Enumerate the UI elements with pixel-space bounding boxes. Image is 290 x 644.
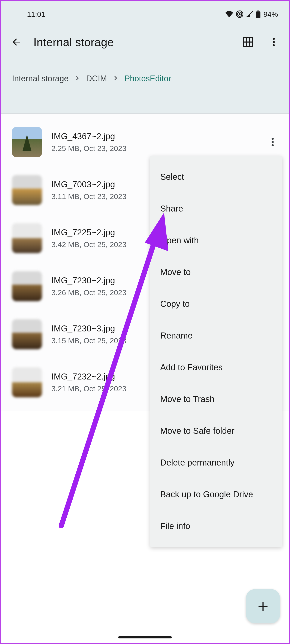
status-time: 11:01 [27,10,45,18]
status-right: 94% [225,10,278,18]
hotspot-icon [236,10,243,18]
menu-item-delete-permanently[interactable]: Delete permanently [150,447,282,478]
file-thumbnail [12,319,42,349]
battery-percent: 94% [264,10,278,18]
menu-item-select[interactable]: Select [150,161,282,193]
file-thumbnail [12,127,42,157]
menu-item-backup-google-drive[interactable]: Back up to Google Drive [150,478,282,510]
menu-item-move-to-trash[interactable]: Move to Trash [150,383,282,415]
grid-view-button[interactable] [242,36,255,48]
wifi-icon [225,11,233,18]
menu-item-rename[interactable]: Rename [150,320,282,352]
signal-icon [246,11,253,18]
file-name: IMG_4367~2.jpg [51,132,258,141]
overflow-menu-button[interactable] [267,36,280,48]
status-bar: 11:01 94% [1,1,289,27]
screen: 11:01 94% Internal sto [0,0,290,644]
file-thumbnail [12,367,42,397]
menu-item-file-info[interactable]: File info [150,510,282,542]
menu-item-move-to-safe-folder[interactable]: Move to Safe folder [150,415,282,447]
toolbar: Internal storage [1,27,289,57]
breadcrumb-item[interactable]: Internal storage [12,74,69,83]
breadcrumb-item[interactable]: DCIM [86,74,107,83]
svg-point-13 [272,141,274,143]
breadcrumb: Internal storage DCIM PhotosEditor [1,68,289,89]
svg-point-14 [272,144,274,146]
svg-point-11 [273,44,275,46]
breadcrumb-item-current[interactable]: PhotosEditor [125,74,171,83]
menu-item-copy-to[interactable]: Copy to [150,288,282,320]
file-more-button[interactable] [267,137,278,148]
context-menu: Select Share Open with Move to Copy to R… [150,156,282,547]
file-thumbnail [12,271,42,301]
svg-point-0 [239,13,241,15]
chevron-right-icon [75,75,80,82]
chevron-right-icon [113,75,119,82]
menu-item-share[interactable]: Share [150,193,282,224]
fab-add-button[interactable] [246,589,280,624]
menu-item-open-with[interactable]: Open with [150,224,282,256]
file-meta: 2.25 MB, Oct 23, 2023 [51,144,258,153]
menu-item-move-to[interactable]: Move to [150,256,282,288]
file-thumbnail [12,223,42,253]
battery-icon [256,10,261,18]
svg-point-10 [273,41,275,43]
menu-item-add-to-favorites[interactable]: Add to Favorites [150,352,282,383]
nav-handle[interactable] [118,636,172,638]
header-region: 11:01 94% Internal sto [1,1,289,113]
svg-point-9 [273,38,275,40]
back-button[interactable] [10,36,23,48]
page-title: Internal storage [33,36,231,49]
toolbar-actions [242,36,280,48]
svg-rect-4 [256,11,261,18]
svg-rect-3 [258,10,259,11]
file-info: IMG_4367~2.jpg 2.25 MB, Oct 23, 2023 [51,132,258,153]
svg-point-12 [272,138,274,140]
file-thumbnail [12,175,42,205]
